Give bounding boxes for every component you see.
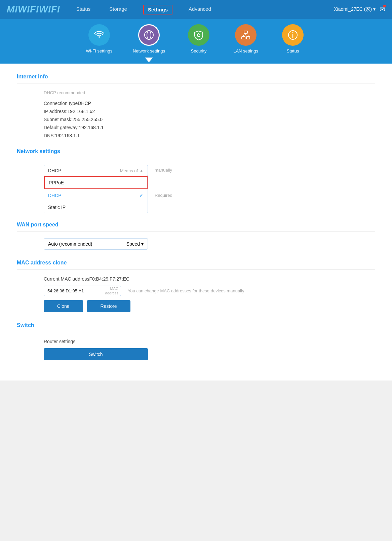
dropdown-hint: Means of ▲ <box>120 168 144 173</box>
mac-note: You can change MAC addresses for these d… <box>128 288 244 293</box>
required-label: Required <box>155 193 172 198</box>
nav-security[interactable]: Security <box>185 24 212 53</box>
network-settings-section: Network settings DHCP Means of ▲ PPPoE D… <box>17 148 375 212</box>
lan-icon <box>240 30 251 40</box>
network-settings-label: Network settings <box>133 48 165 53</box>
restore-button[interactable]: Restore <box>87 300 130 312</box>
user-menu[interactable]: Xiaomi_27EC (家) ▾ <box>334 6 376 12</box>
mac-input-wrapper: MACaddress <box>44 286 121 296</box>
network-icon-circle <box>138 24 160 46</box>
info-icon <box>287 30 298 40</box>
internet-info-title: Internet info <box>17 74 375 80</box>
mac-clone-section: MAC address clone Current MAC addressF0:… <box>17 260 375 312</box>
svg-rect-8 <box>242 37 245 39</box>
ip-label: IP address: <box>44 109 68 114</box>
network-settings-title: Network settings <box>17 148 375 154</box>
nav-status[interactable]: Status <box>279 24 306 53</box>
connection-type-label: Connection type <box>44 101 78 106</box>
subnet-row: Subnet mask:255.255.255.0 <box>44 117 375 122</box>
current-mac-value: F0:B4:29:F7:27:EC <box>89 276 129 282</box>
subnet-label: Subnet mask: <box>44 117 73 122</box>
dns-row: DNS:192.168.1.1 <box>44 133 375 138</box>
nav-status[interactable]: Status <box>74 5 93 14</box>
dropdown-side-labels: manually Required <box>155 165 172 198</box>
dropdown-option-static[interactable]: Static IP <box>44 202 148 213</box>
gateway-value: 192.168.1.1 <box>79 125 104 130</box>
mac-clone-title: MAC address clone <box>17 260 375 266</box>
dropdown-option-pppoe[interactable]: PPPoE <box>44 176 148 189</box>
svg-rect-7 <box>244 31 247 33</box>
dns-value: 192.168.1.1 <box>55 133 80 138</box>
dropdown-trigger[interactable]: DHCP Means of ▲ <box>44 165 148 176</box>
mail-icon[interactable]: ✉ <box>380 5 385 13</box>
icon-navigation: Wi-Fi settings Network settings Security <box>0 19 392 59</box>
router-settings-label: Router settings <box>44 339 375 344</box>
ip-value: 192.168.1.62 <box>68 109 95 114</box>
chevron-down-icon: ▾ <box>141 241 144 247</box>
nav-wifi-settings[interactable]: Wi-Fi settings <box>86 24 113 53</box>
wifi-settings-label: Wi-Fi settings <box>86 48 113 53</box>
nav-pointer-bar <box>0 59 392 64</box>
network-dropdown-area: DHCP Means of ▲ PPPoE DHCP ✓ Stat <box>44 165 375 198</box>
lan-icon-circle <box>235 24 257 46</box>
connection-type-row: Connection typeDHCP <box>44 101 375 106</box>
nav-settings[interactable]: Settings <box>143 5 172 14</box>
svg-rect-9 <box>246 37 250 39</box>
mac-input-row: MACaddress You can change MAC addresses … <box>44 286 375 296</box>
main-content: Internet info DHCP recommended Connectio… <box>0 64 392 381</box>
switch-title: Switch <box>17 322 375 328</box>
nav-links: Status Storage Settings Advanced <box>74 5 334 14</box>
manually-label: manually <box>155 168 172 173</box>
internet-info-section: Internet info DHCP recommended Connectio… <box>17 74 375 138</box>
status-label: Status <box>287 48 299 53</box>
nav-advanced[interactable]: Advanced <box>186 5 214 14</box>
active-nav-indicator <box>145 58 153 62</box>
nav-right: Xiaomi_27EC (家) ▾ ✉ <box>334 5 385 13</box>
status-icon-circle <box>282 24 304 46</box>
security-label: Security <box>191 48 207 53</box>
mac-address-input[interactable] <box>44 286 121 296</box>
connection-type-dropdown[interactable]: DHCP Means of ▲ PPPoE DHCP ✓ Stat <box>44 165 148 176</box>
security-icon-circle <box>188 24 209 46</box>
current-mac-row: Current MAC addressF0:B4:29:F7:27:EC <box>44 276 375 282</box>
dns-label: DNS: <box>44 133 55 138</box>
svg-point-5 <box>197 34 200 37</box>
top-navigation: MiWiFiWiFi Status Storage Settings Advan… <box>0 0 392 19</box>
mail-notification-dot <box>383 5 386 7</box>
nav-storage[interactable]: Storage <box>107 5 130 14</box>
mac-buttons: Clone Restore <box>44 300 375 312</box>
svg-point-16 <box>292 32 293 33</box>
internet-info-subtitle: DHCP recommended <box>44 90 375 95</box>
dropdown-selected: DHCP <box>48 168 62 173</box>
ip-address-row: IP address:192.168.1.62 <box>44 109 375 114</box>
network-pointer <box>135 59 162 64</box>
wifi-icon <box>94 30 105 40</box>
dropdown-option-dhcp[interactable]: DHCP ✓ <box>44 189 148 202</box>
switch-button[interactable]: Switch <box>44 348 148 360</box>
clone-button[interactable]: Clone <box>44 300 83 312</box>
wan-port-section: WAN port speed Auto (recommended) Speed … <box>17 222 375 250</box>
network-settings-divider <box>17 158 375 158</box>
check-icon: ✓ <box>139 192 144 199</box>
chevron-up-icon: ▲ <box>139 168 144 173</box>
subnet-value: 255.255.255.0 <box>73 117 103 122</box>
speed-hint: Speed ▾ <box>126 241 144 247</box>
internet-info-divider <box>17 83 375 83</box>
shield-icon <box>193 30 204 40</box>
nav-lan-settings[interactable]: LAN settings <box>232 24 259 53</box>
speed-dropdown[interactable]: Auto (recommended) Speed ▾ <box>44 238 148 250</box>
wan-port-divider <box>17 231 375 231</box>
gateway-row: Default gateway:192.168.1.1 <box>44 125 375 130</box>
switch-divider <box>17 332 375 332</box>
wan-port-title: WAN port speed <box>17 222 375 228</box>
lan-settings-label: LAN settings <box>233 48 258 53</box>
nav-network-settings[interactable]: Network settings <box>133 24 165 53</box>
globe-icon <box>144 30 154 40</box>
gateway-label: Default gateway: <box>44 125 79 130</box>
logo: MiWiFiWiFi <box>7 4 60 15</box>
wifi-icon-circle <box>88 24 110 46</box>
mac-clone-divider <box>17 269 375 269</box>
speed-label: Auto (recommended) <box>48 241 92 247</box>
current-mac-label: Current MAC address <box>44 276 89 282</box>
switch-section: Switch Router settings Switch <box>17 322 375 360</box>
